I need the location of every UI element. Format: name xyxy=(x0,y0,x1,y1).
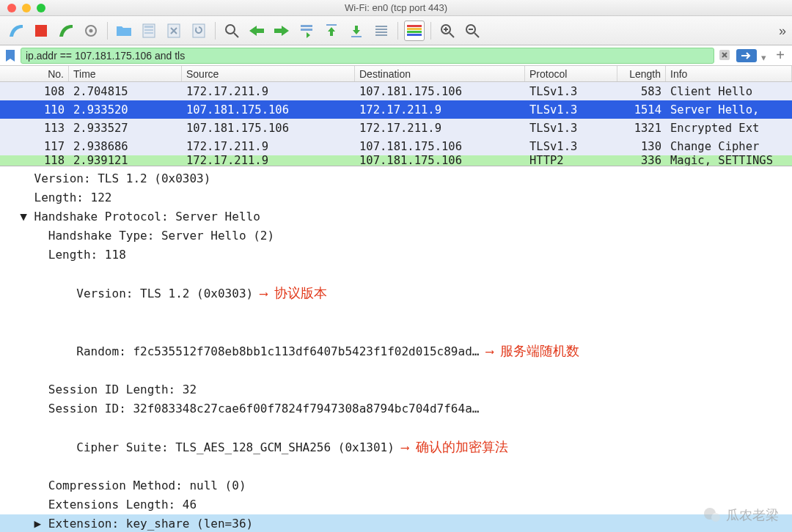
go-forward-button[interactable] xyxy=(271,21,292,41)
column-header-time[interactable]: Time xyxy=(69,66,182,81)
detail-value: Random: f2c535512f708eb8bb1c113df6407b54… xyxy=(34,344,480,358)
packet-row[interactable]: 1172.938686172.17.211.9107.181.175.106TL… xyxy=(0,137,792,155)
detail-line[interactable]: Handshake Type: Server Hello (2) xyxy=(0,226,792,245)
svg-point-2 xyxy=(89,29,93,32)
packet-row[interactable]: 1182.939121172.17.211.9107.181.175.106HT… xyxy=(0,155,792,166)
detail-line[interactable]: Length: 122 xyxy=(0,188,792,207)
packet-cell-no: 118 xyxy=(0,155,69,166)
column-header-source[interactable]: Source xyxy=(182,66,355,81)
toolbar-separator xyxy=(397,22,398,40)
close-file-button[interactable] xyxy=(164,21,184,41)
go-back-button[interactable] xyxy=(246,21,267,41)
annotation-arrow-icon: ⟶ xyxy=(479,344,500,358)
annotation-arrow-icon: ⟶ xyxy=(395,440,416,454)
go-to-packet-button[interactable] xyxy=(296,21,317,41)
svg-line-24 xyxy=(450,33,454,37)
packet-list[interactable]: 1082.704815172.17.211.9107.181.175.106TL… xyxy=(0,82,792,166)
detail-line[interactable]: Session ID: 32f083348c27cae6f00f7824f794… xyxy=(0,399,792,418)
toolbar-overflow-icon[interactable]: » xyxy=(779,23,786,39)
filter-history-dropdown[interactable]: ▾ xyxy=(761,52,769,59)
packet-cell-len: 1514 xyxy=(617,103,666,117)
open-file-button[interactable] xyxy=(114,21,134,41)
packet-cell-proto: HTTP2 xyxy=(525,155,617,166)
detail-line[interactable]: Random: f2c535512f708eb8bb1c113df6407b54… xyxy=(0,322,792,380)
packet-details-pane[interactable]: Version: TLS 1.2 (0x0303) Length: 122 ▼ … xyxy=(0,166,792,532)
svg-rect-15 xyxy=(375,26,387,27)
packet-cell-time: 2.938686 xyxy=(69,140,182,153)
save-file-button[interactable] xyxy=(139,21,159,41)
svg-rect-20 xyxy=(407,28,422,30)
detail-line[interactable]: Version: TLS 1.2 (0x0303) ⟶ 协议版本 xyxy=(0,265,792,322)
svg-rect-0 xyxy=(35,25,47,37)
colorize-button[interactable] xyxy=(404,21,425,41)
clear-filter-button[interactable] xyxy=(719,49,732,62)
packet-cell-src: 107.181.175.106 xyxy=(182,122,355,135)
detail-line[interactable]: Version: TLS 1.2 (0x0303) xyxy=(0,169,792,188)
column-header-length[interactable]: Length xyxy=(617,66,666,81)
go-last-packet-button[interactable] xyxy=(346,21,367,41)
column-header-protocol[interactable]: Protocol xyxy=(525,66,617,81)
detail-line[interactable]: Cipher Suite: TLS_AES_128_GCM_SHA256 (0x… xyxy=(0,418,792,476)
packet-cell-info: Magic, SETTINGS xyxy=(666,155,792,166)
add-filter-button[interactable]: + xyxy=(773,47,788,64)
detail-line-selected[interactable]: ▶ Extension: key_share (len=36) xyxy=(0,514,792,532)
go-first-packet-button[interactable] xyxy=(321,21,342,41)
detail-value: Cipher Suite: TLS_AES_128_GCM_SHA256 (0x… xyxy=(34,440,395,454)
packet-cell-no: 117 xyxy=(0,140,69,153)
packet-cell-len: 1321 xyxy=(617,122,666,135)
packet-cell-info: Client Hello xyxy=(666,85,792,98)
svg-rect-14 xyxy=(351,36,362,37)
auto-scroll-button[interactable] xyxy=(371,21,392,41)
annotation-text: 确认的加密算法 xyxy=(416,440,508,454)
svg-rect-4 xyxy=(144,26,153,28)
reload-file-button[interactable] xyxy=(188,21,209,41)
svg-rect-8 xyxy=(193,24,205,37)
shark-fin-icon[interactable] xyxy=(6,21,26,41)
column-header-info[interactable]: Info xyxy=(666,66,792,81)
find-packet-button[interactable] xyxy=(221,21,242,41)
detail-line[interactable]: Length: 118 xyxy=(0,245,792,265)
svg-rect-16 xyxy=(375,29,387,30)
column-header-dest[interactable]: Destination xyxy=(355,66,525,81)
svg-point-32 xyxy=(711,513,720,522)
capture-options-button[interactable] xyxy=(81,21,101,41)
packet-cell-info: Change Cipher xyxy=(666,140,792,153)
packet-row[interactable]: 1132.933527107.181.175.106172.17.211.9TL… xyxy=(0,119,792,137)
packet-cell-proto: TLSv1.3 xyxy=(525,85,617,98)
svg-rect-11 xyxy=(301,25,312,27)
apply-filter-button[interactable] xyxy=(736,49,757,62)
stop-capture-button[interactable] xyxy=(31,21,51,41)
annotation-text: 协议版本 xyxy=(274,286,327,300)
packet-cell-proto: TLSv1.3 xyxy=(525,122,617,135)
detail-line[interactable]: Session ID Length: 32 xyxy=(0,380,792,399)
svg-rect-22 xyxy=(407,34,422,36)
watermark-text: 瓜农老梁 xyxy=(726,506,779,524)
packet-cell-time: 2.933527 xyxy=(69,122,182,135)
packet-row[interactable]: 1102.933520107.181.175.106172.17.211.9TL… xyxy=(0,100,792,119)
packet-cell-src: 107.181.175.106 xyxy=(182,103,355,117)
main-toolbar xyxy=(0,16,792,45)
svg-rect-21 xyxy=(407,31,422,33)
toolbar-separator xyxy=(107,22,108,40)
annotation-arrow-icon: ⟶ xyxy=(253,287,274,300)
detail-line[interactable]: Extensions Length: 46 xyxy=(0,495,792,514)
detail-line[interactable]: Compression Method: null (0) xyxy=(0,476,792,495)
packet-row[interactable]: 1082.704815172.17.211.9107.181.175.106TL… xyxy=(0,82,792,100)
svg-rect-18 xyxy=(375,34,387,36)
bookmark-filter-icon[interactable] xyxy=(4,50,16,62)
detail-line-expandable[interactable]: ▼ Handshake Protocol: Server Hello xyxy=(0,207,792,226)
svg-line-10 xyxy=(234,33,238,37)
svg-rect-12 xyxy=(301,29,312,31)
column-header-no[interactable]: No. xyxy=(0,66,69,81)
packet-cell-dst: 107.181.175.106 xyxy=(355,155,525,166)
zoom-in-button[interactable] xyxy=(437,21,458,41)
svg-rect-5 xyxy=(144,29,153,31)
display-filter-input[interactable] xyxy=(21,48,714,64)
svg-line-28 xyxy=(474,33,479,37)
packet-cell-len: 130 xyxy=(617,140,666,153)
annotation-text: 服务端随机数 xyxy=(500,344,579,358)
restart-capture-button[interactable] xyxy=(56,21,76,41)
window-title: Wi-Fi: en0 (tcp port 443) xyxy=(0,2,792,13)
packet-list-headers: No. Time Source Destination Protocol Len… xyxy=(0,66,792,82)
zoom-out-button[interactable] xyxy=(462,21,483,41)
